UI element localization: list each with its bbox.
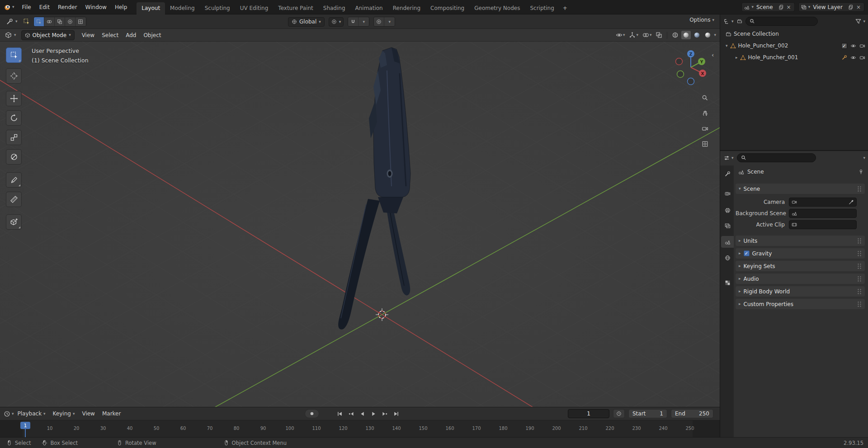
tool-cursor[interactable]: [6, 68, 22, 84]
tab-scene-properties[interactable]: [721, 236, 734, 248]
end-frame-field[interactable]: End 250: [671, 409, 713, 418]
expand-arrow-icon[interactable]: ▸: [736, 56, 738, 60]
proportional-falloff-button[interactable]: ▾: [384, 17, 395, 26]
panel-audio-header[interactable]: ▸ Audio: [736, 274, 865, 284]
playback-dropdown[interactable]: Playback ▾: [14, 410, 49, 417]
properties-editor-type-button[interactable]: ▾: [723, 155, 734, 161]
remove-view-layer-button[interactable]: ×: [855, 4, 862, 10]
play-button[interactable]: [368, 409, 378, 418]
viewport-menu-view[interactable]: View: [78, 29, 98, 41]
outliner-row-mesh-data[interactable]: ▸ Hole_Puncher_001: [720, 52, 868, 63]
tab-texture-properties[interactable]: [721, 277, 734, 288]
shading-wireframe-button[interactable]: [670, 31, 680, 39]
menu-window[interactable]: Window: [81, 0, 111, 14]
scene-selector[interactable]: ▾ Scene ×: [741, 2, 794, 12]
timeline-ruler[interactable]: 1020304050607080901001101201301401501601…: [0, 420, 720, 437]
tab-world-properties[interactable]: [721, 252, 734, 264]
jump-to-end-button[interactable]: [391, 409, 401, 418]
timeline-editor-type-button[interactable]: ▾: [0, 410, 14, 417]
menu-help[interactable]: Help: [111, 0, 131, 14]
new-scene-icon[interactable]: [778, 5, 784, 10]
previous-keyframe-button[interactable]: [346, 409, 356, 418]
playhead-line[interactable]: [25, 429, 26, 437]
expand-arrow-icon[interactable]: ▾: [726, 44, 728, 48]
tab-layout[interactable]: Layout: [137, 2, 165, 14]
tool-scale[interactable]: [6, 130, 22, 145]
play-reverse-button[interactable]: [357, 409, 367, 418]
active-clip-field[interactable]: [789, 220, 857, 229]
pin-icon[interactable]: [858, 169, 864, 175]
properties-search-input[interactable]: [737, 153, 816, 162]
navigation-gizmo[interactable]: Z Y X: [673, 50, 708, 85]
exclude-checkbox[interactable]: ✓: [841, 43, 847, 49]
object-visibility-dropdown[interactable]: ▾: [614, 31, 627, 39]
panel-gravity-header[interactable]: ▸ ✓ Gravity: [736, 248, 865, 259]
pivot-point-dropdown[interactable]: ▾: [329, 17, 344, 27]
unlink-scene-button[interactable]: ×: [786, 4, 792, 10]
select-mode-subtract-button[interactable]: [55, 17, 65, 26]
gizmos-dropdown[interactable]: ▾: [627, 31, 640, 39]
tab-tool-properties[interactable]: [721, 168, 734, 179]
tab-compositing[interactable]: Compositing: [425, 2, 469, 14]
tab-uv-editing[interactable]: UV Editing: [235, 2, 274, 14]
tab-view-layer-properties[interactable]: [721, 220, 734, 231]
camera-view-button[interactable]: [699, 123, 710, 134]
proportional-edit-toggle[interactable]: [374, 17, 384, 26]
select-mode-invert-button[interactable]: [65, 17, 75, 26]
tab-texture-paint[interactable]: Texture Paint: [273, 2, 318, 14]
tab-modeling[interactable]: Modeling: [165, 2, 200, 14]
options-dropdown[interactable]: Options ▾: [689, 17, 714, 23]
playhead-marker[interactable]: 1: [20, 422, 30, 429]
gizmo-x-negative[interactable]: [676, 58, 683, 65]
tool-settings-editor-button[interactable]: ▾: [5, 17, 19, 26]
gizmo-z-negative[interactable]: [688, 78, 694, 85]
disable-render-icon[interactable]: [859, 43, 865, 49]
shading-material-button[interactable]: [692, 31, 702, 39]
panel-drag-handle[interactable]: [857, 250, 862, 257]
sidebar-collapse-arrow[interactable]: ‹: [712, 52, 714, 58]
background-scene-field[interactable]: [789, 209, 857, 218]
panel-drag-handle[interactable]: [857, 238, 862, 244]
panel-custom-properties-header[interactable]: ▸ Custom Properties: [736, 299, 865, 309]
timeline-menu-marker[interactable]: Marker: [99, 407, 124, 420]
select-mode-extend-button[interactable]: [44, 17, 55, 26]
disable-render-icon[interactable]: [859, 55, 865, 61]
camera-field[interactable]: [789, 198, 857, 207]
outliner-search-input[interactable]: [745, 17, 818, 26]
panel-drag-handle[interactable]: [857, 186, 862, 192]
shading-rendered-button[interactable]: [703, 31, 712, 39]
tool-move[interactable]: [6, 91, 22, 106]
tab-animation[interactable]: Animation: [350, 2, 388, 14]
xray-toggle[interactable]: [654, 31, 664, 39]
panel-drag-handle[interactable]: [857, 276, 862, 282]
timeline-menu-view[interactable]: View: [78, 407, 98, 420]
outliner-editor-type-button[interactable]: ▾: [723, 18, 734, 25]
gizmo-y-negative[interactable]: [677, 71, 684, 78]
add-workspace-button[interactable]: +: [559, 2, 571, 14]
display-mode-button[interactable]: [737, 19, 742, 24]
next-keyframe-button[interactable]: [380, 409, 390, 418]
new-view-layer-icon[interactable]: [848, 5, 854, 10]
jump-to-start-button[interactable]: [335, 409, 344, 418]
panel-drag-handle[interactable]: [857, 288, 862, 295]
menu-edit[interactable]: Edit: [35, 0, 54, 14]
zoom-view-button[interactable]: [699, 92, 710, 103]
viewport-editor-type-button[interactable]: ▾: [3, 30, 19, 40]
tab-sculpting[interactable]: Sculpting: [200, 2, 235, 14]
tool-measure[interactable]: [6, 192, 22, 207]
tab-scripting[interactable]: Scripting: [525, 2, 559, 14]
ortho-toggle-button[interactable]: [699, 138, 710, 149]
transform-orientation-dropdown[interactable]: Global ▾: [288, 17, 325, 27]
auto-keying-button[interactable]: [305, 409, 319, 418]
panel-keying-sets-header[interactable]: ▸ Keying Sets: [736, 261, 865, 271]
start-frame-field[interactable]: Start 1: [628, 409, 667, 418]
viewport-menu-add[interactable]: Add: [122, 29, 140, 41]
tab-render-properties[interactable]: [721, 188, 734, 199]
outliner-filter-button[interactable]: ▾: [855, 18, 865, 25]
use-preview-range-button[interactable]: [613, 409, 625, 418]
tool-rotate[interactable]: [6, 110, 22, 126]
pan-view-button[interactable]: [699, 108, 710, 118]
tool-add-cube[interactable]: [6, 214, 22, 230]
select-mode-intersect-button[interactable]: [75, 17, 86, 26]
tool-annotate[interactable]: [6, 172, 22, 188]
